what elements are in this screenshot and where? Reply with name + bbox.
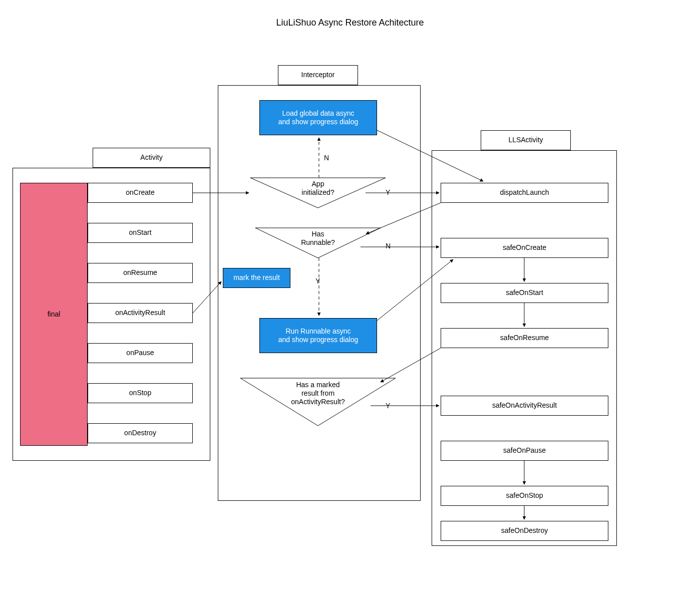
activity-onresume: onResume xyxy=(88,263,193,283)
decision-has-runnable-text: Has Runnable? xyxy=(278,230,358,247)
activity-onactivityresult: onActivityResult xyxy=(88,303,193,323)
decision-app-initialized-text: App initialized? xyxy=(278,180,358,197)
label-n-1: N xyxy=(324,154,329,162)
lls-safeoncreate: safeOnCreate xyxy=(441,238,608,258)
activity-onpause: onPause xyxy=(88,343,193,363)
lls-safeonpause: safeOnPause xyxy=(441,441,608,461)
label-y-1: Y xyxy=(386,188,390,196)
activity-onstart: onStart xyxy=(88,223,193,243)
activity-onstop: onStop xyxy=(88,383,193,403)
lls-safeonstop: safeOnStop xyxy=(441,486,608,506)
activity-ondestroy: onDestroy xyxy=(88,423,193,443)
load-global-box: Load global data async and show progress… xyxy=(259,100,377,135)
label-y-3: Y xyxy=(386,402,390,410)
lls-safeonresume: safeOnResume xyxy=(441,328,608,348)
activity-oncreate: onCreate xyxy=(88,183,193,203)
lls-dispatchlaunch: dispatchLaunch xyxy=(441,183,608,203)
diagram-title: LiuLiShuo Async Restore Achitecture xyxy=(0,18,700,28)
lls-safeonactivityresult: safeOnActivityResult xyxy=(441,396,608,416)
lls-safeonstart: safeOnStart xyxy=(441,283,608,303)
decision-has-marked-result-text: Has a marked result from onActivityResul… xyxy=(278,381,358,406)
final-box: final xyxy=(20,183,88,446)
llsactivity-header: LLSActivity xyxy=(481,130,571,150)
label-y-2: Y xyxy=(315,277,320,285)
run-runnable-box: Run Runnable async and show progress dia… xyxy=(259,318,377,353)
lls-safeondestroy: safeOnDestroy xyxy=(441,521,608,541)
interceptor-header: Interceptor xyxy=(278,65,358,85)
label-n-2: N xyxy=(386,242,391,250)
activity-header: Activity xyxy=(93,148,210,168)
interceptor-container xyxy=(218,85,421,501)
mark-result-box: mark the result xyxy=(223,268,290,288)
